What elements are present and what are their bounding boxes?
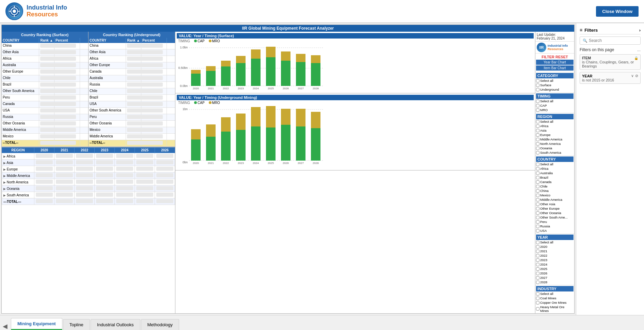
country-peru-cb[interactable] xyxy=(536,220,539,224)
year-2025[interactable]: 2025 xyxy=(536,267,574,271)
industry-heavy-metal-cb[interactable] xyxy=(536,307,539,311)
tab-left-arrow[interactable]: ◀ xyxy=(3,322,7,330)
country-china[interactable]: China xyxy=(536,189,574,193)
region-europe[interactable]: Europe xyxy=(536,133,574,137)
industry-iron-ore[interactable]: Iron Ore Mines xyxy=(536,313,574,314)
country-select-all[interactable]: Select all xyxy=(536,162,574,166)
timing-select-all[interactable]: Select all xyxy=(536,99,574,103)
industry-select-all-cb[interactable] xyxy=(536,292,539,296)
country-other-south-ame-cb[interactable] xyxy=(536,216,539,219)
country-usa-cb[interactable] xyxy=(536,229,539,232)
region-oceania[interactable]: Oceania xyxy=(536,146,574,150)
country-other-asia[interactable]: Other Asia xyxy=(536,202,574,206)
category-surface[interactable]: Surface xyxy=(536,83,574,87)
region-select-all-cb[interactable] xyxy=(536,120,539,123)
country-usa[interactable]: USA xyxy=(536,228,574,233)
year-2022[interactable]: 2022 xyxy=(536,253,574,258)
year-select-all[interactable]: Select all xyxy=(536,240,574,244)
country-china-cb[interactable] xyxy=(536,189,539,193)
year-2021[interactable]: 2021 xyxy=(536,249,574,253)
year-2024-cb[interactable] xyxy=(536,263,539,266)
region-select-all[interactable]: Select all xyxy=(536,119,574,124)
filter-reset-button[interactable]: FILTER RESET xyxy=(536,54,574,60)
country-other-oceania-cb[interactable] xyxy=(536,211,539,215)
country-peru[interactable]: Peru xyxy=(536,220,574,224)
year-2027[interactable]: 2027 xyxy=(536,275,574,280)
country-africa-cb[interactable] xyxy=(536,167,539,170)
region-africa-cb[interactable] xyxy=(536,124,539,128)
year-select-all-cb[interactable] xyxy=(536,241,539,244)
country-other-europe-cb[interactable] xyxy=(536,207,539,210)
industry-select-all[interactable]: Select all xyxy=(536,291,574,296)
year-2021-cb[interactable] xyxy=(536,250,539,253)
region-south-america-cb[interactable] xyxy=(536,151,539,154)
arrow-right-icon[interactable]: › xyxy=(639,28,641,33)
year-2028-cb[interactable] xyxy=(536,281,539,284)
industry-iron-ore-cb[interactable] xyxy=(536,314,539,314)
country-russia-cb[interactable] xyxy=(536,225,539,228)
country-middle-america-cb[interactable] xyxy=(536,198,539,201)
category-underground[interactable]: Underground xyxy=(536,87,574,92)
country-other-europe[interactable]: Other Europe xyxy=(536,206,574,211)
region-north-america[interactable]: North America xyxy=(536,141,574,146)
region-north-america-cb[interactable] xyxy=(536,142,539,146)
category-select-all[interactable]: Select all xyxy=(536,78,574,83)
close-window-button[interactable]: Close Window xyxy=(596,6,639,17)
year-2025-cb[interactable] xyxy=(536,267,539,271)
country-other-south-ame[interactable]: Other South Ame... xyxy=(536,215,574,220)
year-2024[interactable]: 2024 xyxy=(536,262,574,267)
search-input[interactable] xyxy=(589,38,630,43)
industry-coal-cb[interactable] xyxy=(536,297,539,300)
region-middle-america-cb[interactable] xyxy=(536,138,539,141)
timing-mro[interactable]: MRO xyxy=(536,108,574,112)
three-dots-button[interactable]: ... xyxy=(637,47,641,52)
region-europe-cb[interactable] xyxy=(536,133,539,137)
country-australia[interactable]: Australia xyxy=(536,171,574,175)
country-chile[interactable]: Chile xyxy=(536,184,574,189)
country-russia[interactable]: Russia xyxy=(536,224,574,228)
year-chevron-down[interactable]: ∨ xyxy=(631,74,634,78)
year-2022-cb[interactable] xyxy=(536,254,539,257)
year-2023-cb[interactable] xyxy=(536,258,539,262)
tab-topline[interactable]: Topline xyxy=(63,319,90,330)
year-2026[interactable]: 2026 xyxy=(536,271,574,275)
year-2028[interactable]: 2028 xyxy=(536,280,574,284)
item-bar-chart-button[interactable]: Item Bar Chart xyxy=(536,65,574,71)
timing-select-all-cb[interactable] xyxy=(536,100,539,103)
country-mexico[interactable]: Mexico xyxy=(536,193,574,197)
year-2020-cb[interactable] xyxy=(536,245,539,249)
country-brazil[interactable]: Brazil xyxy=(536,175,574,180)
region-middle-america[interactable]: Middle America xyxy=(536,137,574,141)
region-asia-cb[interactable] xyxy=(536,129,539,132)
country-other-asia-cb[interactable] xyxy=(536,202,539,206)
industry-copper-cb[interactable] xyxy=(536,301,539,304)
country-brazil-cb[interactable] xyxy=(536,176,539,179)
year-2020[interactable]: 2020 xyxy=(536,244,574,249)
country-australia-cb[interactable] xyxy=(536,171,539,175)
industry-heavy-metal[interactable]: Heavy Metal Ore Mines xyxy=(536,305,574,313)
category-select-all-cb[interactable] xyxy=(536,79,539,82)
region-africa[interactable]: Africa xyxy=(536,124,574,128)
region-south-america[interactable]: South America xyxy=(536,150,574,155)
tab-methodology[interactable]: Methodology xyxy=(141,319,179,330)
year-2027-cb[interactable] xyxy=(536,276,539,280)
region-asia[interactable]: Asia xyxy=(536,128,574,133)
region-oceania-cb[interactable] xyxy=(536,147,539,150)
year-2026-cb[interactable] xyxy=(536,272,539,275)
country-chile-cb[interactable] xyxy=(536,185,539,188)
country-select-all-cb[interactable] xyxy=(536,163,539,166)
timing-cap-cb[interactable] xyxy=(536,104,539,107)
year-clear-icon[interactable]: ⊘ xyxy=(635,74,638,78)
industry-copper[interactable]: Copper Ore Mines xyxy=(536,300,574,305)
country-canada-cb[interactable] xyxy=(536,180,539,184)
category-underground-cb[interactable] xyxy=(536,88,539,91)
industry-coal[interactable]: Coal Mines xyxy=(536,296,574,300)
tab-mining-equipment[interactable]: Mining Equipment xyxy=(11,318,62,330)
timing-mro-cb[interactable] xyxy=(536,108,539,112)
category-surface-cb[interactable] xyxy=(536,84,539,87)
tab-industrial-outlooks[interactable]: Industrial Outlooks xyxy=(91,319,140,330)
country-other-oceania[interactable]: Other Oceania xyxy=(536,211,574,215)
country-mexico-cb[interactable] xyxy=(536,194,539,197)
year-2023[interactable]: 2023 xyxy=(536,258,574,262)
timing-cap[interactable]: CAP xyxy=(536,103,574,108)
